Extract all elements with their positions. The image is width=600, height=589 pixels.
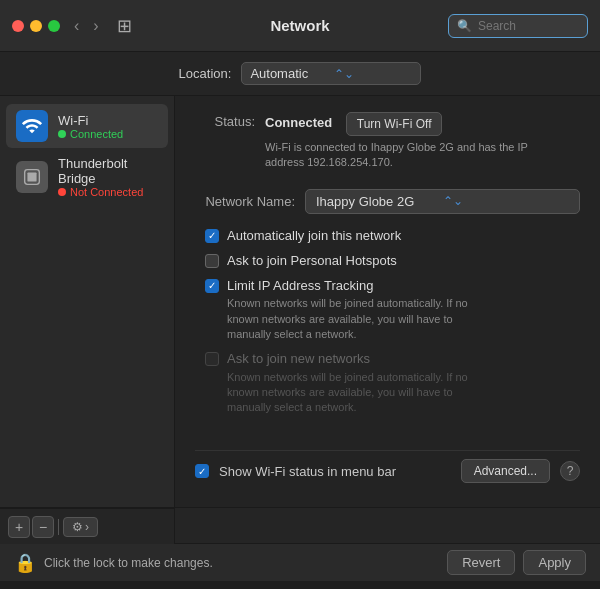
gear-chevron-icon: › [85, 520, 89, 534]
grid-icon[interactable]: ⊞ [117, 15, 132, 37]
auto-join-checkbox[interactable]: ✓ [205, 229, 219, 243]
show-wifi-checkbox[interactable]: ✓ [195, 464, 209, 478]
check-mark-icon: ✓ [208, 230, 216, 241]
ask-new-label: Ask to join new networks [227, 351, 487, 368]
wifi-icon [16, 110, 48, 142]
status-connected-value: Connected [265, 115, 332, 130]
close-button[interactable] [12, 20, 24, 32]
fullscreen-button[interactable] [48, 20, 60, 32]
tb-status-dot [58, 188, 66, 196]
status-label: Status: [195, 112, 255, 129]
checkboxes-section: ✓ Automatically join this network Ask to… [195, 228, 580, 416]
add-network-button[interactable]: + [8, 516, 30, 538]
auto-join-label: Automatically join this network [227, 228, 401, 245]
ask-new-sublabel: Known networks will be joined automatica… [227, 370, 487, 416]
show-wifi-check-icon: ✓ [198, 466, 206, 477]
sidebar-wifi-name: Wi-Fi [58, 113, 158, 128]
network-settings-button[interactable]: ⚙ › [63, 517, 98, 537]
bottom-bar: 🔒 Click the lock to make changes. Revert… [0, 543, 600, 581]
detail-panel: Status: Connected Turn Wi-Fi Off Wi-Fi i… [175, 96, 600, 507]
location-label: Location: [179, 66, 232, 81]
checkbox-ask-new: Ask to join new networks Known networks … [205, 351, 580, 416]
limit-ip-label-wrap: Limit IP Address Tracking Known networks… [227, 278, 487, 343]
lock-wrap[interactable]: 🔒 Click the lock to make changes. [14, 552, 213, 574]
detail-controls-spacer [175, 508, 600, 543]
traffic-lights [12, 20, 60, 32]
wifi-status-text: Connected [70, 128, 123, 140]
sidebar-controls-row: + − ⚙ › [0, 507, 600, 543]
advanced-button[interactable]: Advanced... [461, 459, 550, 483]
location-select[interactable]: Automatic ⌃⌄ [241, 62, 421, 85]
network-chevron-icon: ⌃⌄ [443, 194, 570, 208]
sidebar-wifi-text: Wi-Fi Connected [58, 113, 158, 140]
location-chevron-icon: ⌃⌄ [334, 67, 412, 81]
limit-ip-label: Limit IP Address Tracking [227, 278, 487, 295]
tb-status-text: Not Connected [70, 186, 143, 198]
network-name-label: Network Name: [195, 194, 295, 209]
show-wifi-bar: ✓ Show Wi-Fi status in menu bar Advanced… [195, 450, 580, 491]
help-button[interactable]: ? [560, 461, 580, 481]
location-value: Automatic [250, 66, 328, 81]
personal-hotspot-label-wrap: Ask to join Personal Hotspots [227, 253, 397, 270]
wifi-status-dot [58, 130, 66, 138]
remove-network-button[interactable]: − [32, 516, 54, 538]
auto-join-label-wrap: Automatically join this network [227, 228, 401, 245]
network-name-select[interactable]: Ihappy Globe 2G ⌃⌄ [305, 189, 580, 214]
personal-hotspot-checkbox[interactable] [205, 254, 219, 268]
status-value-col: Connected Turn Wi-Fi Off Wi-Fi is connec… [265, 112, 580, 171]
lock-text: Click the lock to make changes. [44, 556, 213, 570]
controls-separator [58, 519, 59, 535]
sidebar-item-wifi[interactable]: Wi-Fi Connected [6, 104, 168, 148]
forward-button[interactable]: › [87, 15, 104, 37]
revert-button[interactable]: Revert [447, 550, 515, 575]
question-icon: ? [567, 464, 574, 478]
show-wifi-label: Show Wi-Fi status in menu bar [219, 464, 451, 479]
sidebar: Wi-Fi Connected Thunderbolt Bridge Not [0, 96, 175, 507]
gear-icon: ⚙ [72, 520, 83, 534]
checkbox-auto-join[interactable]: ✓ Automatically join this network [205, 228, 580, 245]
personal-hotspot-label: Ask to join Personal Hotspots [227, 253, 397, 270]
ask-new-checkbox [205, 352, 219, 366]
back-button[interactable]: ‹ [68, 15, 85, 37]
titlebar: ‹ › ⊞ Network 🔍 [0, 0, 600, 52]
sidebar-item-thunderbolt[interactable]: Thunderbolt Bridge Not Connected [6, 150, 168, 204]
limit-ip-check-icon: ✓ [208, 280, 216, 291]
thunderbolt-icon [16, 161, 48, 193]
sidebar-tb-text: Thunderbolt Bridge Not Connected [58, 156, 158, 198]
sidebar-controls: + − ⚙ › [0, 508, 175, 544]
main-content: Wi-Fi Connected Thunderbolt Bridge Not [0, 96, 600, 507]
checkbox-personal-hotspot[interactable]: Ask to join Personal Hotspots [205, 253, 580, 270]
bottom-buttons: Revert Apply [447, 550, 586, 575]
limit-ip-sublabel: Known networks will be joined automatica… [227, 296, 487, 342]
minimize-button[interactable] [30, 20, 42, 32]
lock-icon: 🔒 [14, 552, 36, 574]
status-row: Status: Connected Turn Wi-Fi Off Wi-Fi i… [195, 112, 580, 171]
svg-rect-1 [27, 172, 36, 181]
apply-button[interactable]: Apply [523, 550, 586, 575]
location-bar: Location: Automatic ⌃⌄ [0, 52, 600, 96]
search-box[interactable]: 🔍 [448, 14, 588, 38]
turn-wifi-off-button[interactable]: Turn Wi-Fi Off [346, 112, 443, 136]
status-description: Wi-Fi is connected to Ihappy Globe 2G an… [265, 140, 545, 171]
ask-new-label-wrap: Ask to join new networks Known networks … [227, 351, 487, 416]
search-input[interactable] [478, 19, 579, 33]
sidebar-wifi-status: Connected [58, 128, 158, 140]
limit-ip-checkbox[interactable]: ✓ [205, 279, 219, 293]
search-icon: 🔍 [457, 19, 472, 33]
sidebar-tb-status: Not Connected [58, 186, 158, 198]
sidebar-tb-name: Thunderbolt Bridge [58, 156, 158, 186]
network-name-value: Ihappy Globe 2G [316, 194, 443, 209]
window-title: Network [270, 17, 329, 34]
checkbox-limit-ip[interactable]: ✓ Limit IP Address Tracking Known networ… [205, 278, 580, 343]
network-name-row: Network Name: Ihappy Globe 2G ⌃⌄ [195, 189, 580, 214]
nav-arrows: ‹ › [68, 15, 105, 37]
